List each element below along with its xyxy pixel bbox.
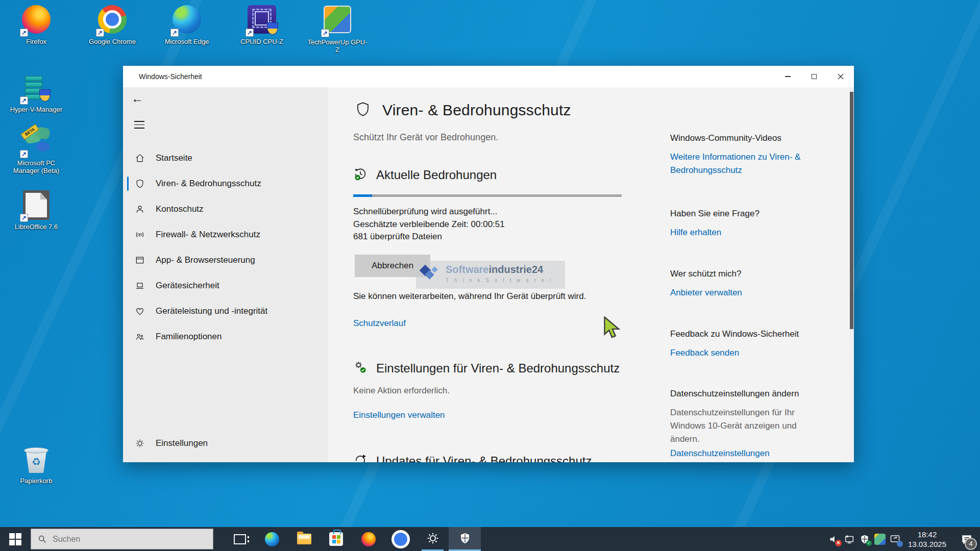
more-info-link[interactable]: Weitere Informationen zu Viren- & Bedroh…	[670, 151, 808, 177]
taskbar-clock[interactable]: 18:42 13.03.2025	[908, 530, 946, 549]
back-button[interactable]: ←	[131, 91, 149, 107]
display-sync-icon[interactable]	[888, 527, 903, 551]
sidebar-item-geraetesicherheit[interactable]: Gerätesicherheit	[123, 273, 328, 298]
notification-count-badge: 4	[965, 538, 977, 550]
taskbar-firefox[interactable]	[352, 527, 384, 551]
sidebar-item-app-browser[interactable]: App- & Browsersteuerung	[123, 247, 328, 273]
pc-manager-tray-icon[interactable]	[872, 527, 888, 551]
desktop-icon-label: LibreOffice 7.6	[6, 223, 67, 231]
update-sync-icon	[353, 453, 368, 463]
maximize-button[interactable]	[801, 66, 827, 87]
desktop-icon-label: Microsoft PC Manager (Beta)	[6, 159, 67, 174]
section-heading: Updates für Viren- & Bedrohungsschutz	[376, 454, 592, 463]
page-subtitle: Schützt Ihr Gerät vor Bedrohungen.	[353, 132, 629, 143]
desktop-icon-label: Microsoft Edge	[156, 38, 217, 45]
volume-muted-icon[interactable]: ✕	[826, 527, 842, 551]
scan-status-line: 681 überprüfte Dateien	[353, 231, 629, 243]
menu-icon[interactable]	[134, 121, 144, 131]
sidebar-item-label: Startseite	[156, 153, 192, 163]
taskbar-store[interactable]	[320, 527, 352, 551]
shortcut-arrow-icon	[20, 96, 28, 105]
network-icon[interactable]	[842, 527, 857, 551]
desktop-icon-firefox[interactable]: Firefox	[6, 4, 67, 45]
shortcut-arrow-icon	[170, 29, 179, 37]
windows-logo-icon	[9, 533, 21, 545]
mute-badge: ✕	[835, 540, 842, 546]
rc-heading: Windows-Community-Videos	[670, 133, 823, 143]
sidebar-item-label: App- & Browsersteuerung	[156, 255, 255, 265]
taskbar-file-explorer[interactable]	[288, 527, 320, 551]
taskbar-edge[interactable]	[256, 527, 288, 551]
sidebar-item-familienoptionen[interactable]: Familienoptionen	[123, 324, 328, 349]
taskbar-chrome[interactable]	[384, 527, 416, 551]
page-title: Viren- & Bedrohungsschutz	[382, 102, 571, 119]
uac-shield-icon	[267, 22, 278, 35]
desktop-icon-label: Hyper-V-Manager	[6, 106, 67, 113]
desktop-icon-cpuz[interactable]: CPUID CPU-Z	[231, 4, 292, 45]
send-feedback-link[interactable]: Feedback senden	[670, 346, 739, 360]
microsoft-store-icon	[329, 532, 343, 546]
notification-center-button[interactable]: 4	[953, 527, 980, 551]
rc-heading: Wer schützt mich?	[670, 269, 823, 279]
sidebar-item-einstellungen[interactable]: Einstellungen	[123, 431, 328, 456]
rc-body: Datenschutzeinstellungen für Ihr Windows…	[670, 406, 823, 446]
shortcut-arrow-icon	[246, 29, 254, 37]
search-input[interactable]	[53, 535, 195, 544]
manage-providers-link[interactable]: Anbieter verwalten	[670, 286, 742, 299]
desktop-icon-hyperv[interactable]: Hyper-V-Manager	[6, 73, 67, 113]
sidebar-item-label: Gerätesicherheit	[156, 281, 219, 291]
sidebar-item-label: Familienoptionen	[156, 332, 222, 342]
person-icon	[135, 204, 145, 214]
gear-icon	[426, 532, 439, 547]
sidebar-item-label: Kontoschutz	[156, 204, 204, 214]
section-heading: Aktuelle Bedrohungen	[376, 168, 497, 182]
close-button[interactable]	[827, 66, 854, 87]
desktop-icon-label: Google Chrome	[82, 38, 143, 45]
minimize-button[interactable]	[774, 66, 801, 87]
protection-history-link[interactable]: Schutzverlauf	[353, 318, 406, 329]
shortcut-arrow-icon	[321, 29, 329, 37]
shortcut-arrow-icon	[20, 214, 28, 222]
mouse-cursor	[604, 316, 622, 343]
task-view-button[interactable]	[224, 527, 256, 551]
security-shield-icon[interactable]: ✓	[857, 527, 872, 551]
sidebar-item-label: Firewall- & Netzwerkschutz	[156, 230, 260, 240]
sidebar-item-startseite[interactable]: Startseite	[123, 145, 328, 171]
desktop-icon-libreoffice[interactable]: LibreOffice 7.6	[6, 190, 67, 231]
desktop-icon-pc-manager[interactable]: BETA Microsoft PC Manager (Beta)	[6, 127, 67, 174]
start-button[interactable]	[0, 527, 31, 551]
taskbar-settings[interactable]	[416, 527, 449, 551]
desktop-icon-edge[interactable]: Microsoft Edge	[156, 4, 217, 45]
heart-icon	[135, 306, 145, 316]
sidebar-item-virenschutz[interactable]: Viren- & Bedrohungsschutz	[123, 171, 328, 196]
uac-shield-icon	[39, 89, 51, 102]
scan-history-icon	[353, 167, 368, 183]
manage-settings-link[interactable]: Einstellungen verwalten	[353, 410, 445, 420]
get-help-link[interactable]: Hilfe erhalten	[670, 226, 721, 239]
firefox-icon	[361, 532, 376, 546]
taskbar-search[interactable]	[31, 529, 213, 549]
taskbar-windows-security[interactable]	[449, 527, 481, 551]
desktop-icon-gpuz[interactable]: TechPowerUp GPU-Z	[307, 4, 368, 54]
desktop: Firefox Google Chrome Microsoft Edge CPU…	[0, 0, 980, 551]
title-bar: Windows-Sicherheit	[123, 66, 854, 87]
scrollbar-thumb[interactable]	[850, 92, 853, 329]
scan-note: Sie können weiterarbeiten, während Ihr G…	[353, 291, 629, 302]
privacy-settings-link[interactable]: Datenschutzeinstellungen	[670, 447, 770, 460]
watermark-brand: Software	[446, 264, 488, 275]
sidebar-item-firewall[interactable]: Firewall- & Netzwerkschutz	[123, 222, 328, 247]
scrollbar[interactable]	[849, 87, 854, 462]
search-icon	[38, 535, 46, 543]
sidebar-item-geraeteleistung[interactable]: Geräteleistung und -integrität	[123, 298, 328, 324]
shield-icon	[459, 532, 471, 547]
settings-status: Keine Aktion erforderlich.	[353, 386, 629, 396]
sidebar-item-label: Geräteleistung und -integrität	[156, 306, 267, 316]
desktop-icon-label: CPUID CPU-Z	[231, 38, 292, 45]
desktop-icon-chrome[interactable]: Google Chrome	[82, 4, 143, 45]
desktop-icon-recycle-bin[interactable]: ♻ Papierkorb	[6, 444, 67, 485]
laptop-icon	[135, 281, 145, 291]
scan-status-line: Geschätzte verbleibende Zeit: 00:00:51	[353, 218, 629, 231]
shortcut-arrow-icon	[20, 29, 28, 37]
sidebar-item-kontoschutz[interactable]: Kontoschutz	[123, 196, 328, 222]
shortcut-arrow-icon	[96, 29, 104, 37]
